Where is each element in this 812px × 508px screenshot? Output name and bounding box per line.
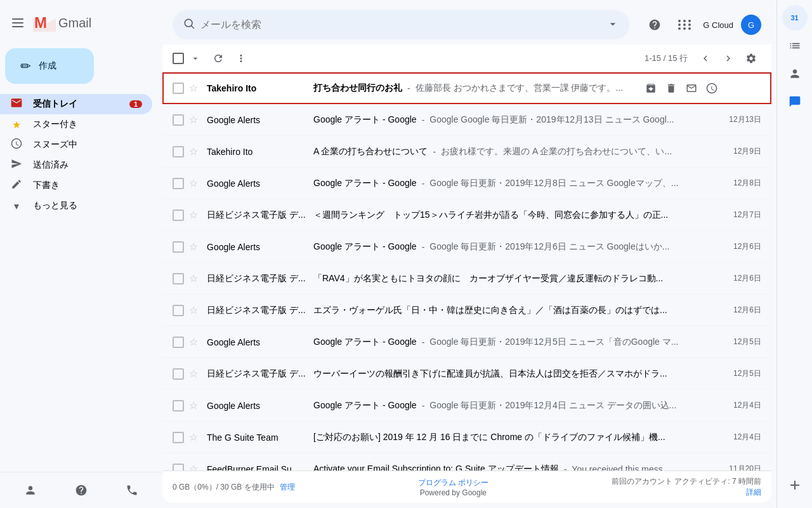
row-star-icon[interactable]: ☆	[189, 463, 202, 471]
more-options-button[interactable]	[231, 48, 251, 69]
row-checkbox[interactable]	[173, 210, 184, 221]
delete-action-icon[interactable]	[662, 79, 680, 97]
email-content: エズラ・ヴォーゲル氏「日・中・韓は歴史に向き合え」／「酒は百薬の長」のはずでは.…	[313, 305, 718, 316]
email-sender: 日経ビジネス電子版 デ...	[207, 273, 308, 284]
gmail-text: Gmail	[58, 16, 91, 30]
row-checkbox[interactable]	[173, 432, 184, 443]
row-checkbox[interactable]	[173, 178, 184, 189]
row-checkbox[interactable]	[173, 400, 184, 411]
row-checkbox[interactable]	[173, 241, 184, 253]
select-all-checkbox[interactable]	[173, 53, 184, 64]
row-checkbox[interactable]	[173, 337, 184, 348]
email-row[interactable]: ☆Google AlertsGoogle アラート - Google - Goo…	[162, 390, 771, 422]
row-star-icon[interactable]: ☆	[189, 399, 202, 411]
sidebar-item-sent[interactable]: 送信済み	[0, 155, 152, 175]
help-button[interactable]	[642, 12, 667, 37]
svg-rect-0	[12, 18, 23, 20]
phone-bottom-icon[interactable]	[119, 478, 145, 503]
row-checkbox[interactable]	[173, 83, 184, 94]
row-checkbox[interactable]	[173, 146, 184, 157]
policy-link[interactable]: プログラム ポリシー	[418, 478, 488, 487]
row-star-icon[interactable]: ☆	[189, 272, 202, 284]
email-snippet: Google 毎日更新・2019年12月6日 ニュース Googleはいか...	[429, 241, 669, 253]
add-panel-button[interactable]	[782, 472, 808, 498]
sidebar-item-more[interactable]: ▾ もっと見る	[0, 196, 152, 216]
compose-button[interactable]: ✏ 作成	[5, 48, 94, 84]
email-row[interactable]: ☆Google AlertsGoogle アラート - Google - Goo…	[162, 231, 771, 263]
row-star-icon[interactable]: ☆	[189, 114, 202, 126]
row-checkbox[interactable]	[173, 305, 184, 316]
row-star-icon[interactable]: ☆	[189, 431, 202, 443]
email-row[interactable]: ☆日経ビジネス電子版 デ...「RAV4」が名実ともにトヨタの顔に カーオブザイ…	[162, 263, 771, 295]
search-bar	[173, 10, 629, 39]
row-star-icon[interactable]: ☆	[189, 145, 202, 157]
row-star-icon[interactable]: ☆	[189, 209, 202, 221]
refresh-button[interactable]	[208, 48, 228, 69]
prev-page-button[interactable]	[695, 48, 716, 69]
row-checkbox[interactable]	[173, 464, 184, 471]
email-snippet: 佐藤部長 おつかれさまです、営業一課 伊藤です。...	[416, 83, 623, 94]
storage-info: 0 GB（0%）/ 30 GB を使用中	[173, 482, 275, 493]
row-checkbox[interactable]	[173, 273, 184, 284]
email-date: 12月13日	[723, 114, 761, 125]
email-date: 12月5日	[723, 337, 761, 347]
row-star-icon[interactable]: ☆	[189, 241, 202, 253]
row-star-icon[interactable]: ☆	[189, 82, 202, 94]
email-subject: エズラ・ヴォーゲル氏「日・中・韓は歴史に向き合え」／「酒は百薬の長」のはずでは.…	[313, 305, 667, 316]
email-subject: Google アラート - Google	[313, 241, 417, 253]
snooze-action-icon[interactable]	[703, 79, 721, 97]
email-row[interactable]: ☆日経ビジネス電子版 デ...エズラ・ヴォーゲル氏「日・中・韓は歴史に向き合え」…	[162, 295, 771, 326]
email-subject: Google アラート - Google	[313, 178, 417, 189]
row-star-icon[interactable]: ☆	[189, 368, 202, 380]
email-row[interactable]: ☆日経ビジネス電子版 デ...ウーバーイーツの報酬引き下げに配達員が抗議、日本法…	[162, 358, 771, 390]
email-row[interactable]: ☆Takehiro Ito打ち合わせ同行のお礼 - 佐藤部長 おつかれさまです、…	[162, 72, 771, 104]
email-row[interactable]: ☆Takehiro ItoA 企業の打ち合わせについて - お疲れ様です。来週の…	[162, 136, 771, 168]
email-row[interactable]: ☆日経ビジネス電子版 デ...＜週間ランキング トップ15＞ハライチ岩井が語る「…	[162, 199, 771, 231]
toolbar-left	[173, 48, 251, 69]
contacts-panel-icon[interactable]	[782, 61, 808, 86]
email-subject: A 企業の打ち合わせについて	[313, 146, 428, 157]
apps-button[interactable]	[672, 12, 698, 37]
email-dash: -	[422, 337, 425, 347]
sidebar-item-snoozed[interactable]: スヌーズ中	[0, 135, 152, 155]
email-date: 12月6日	[723, 305, 761, 316]
sidebar-item-inbox[interactable]: 受信トレイ 1	[0, 94, 152, 114]
manage-link[interactable]: 管理	[280, 482, 295, 493]
mark-unread-action-icon[interactable]	[683, 79, 700, 97]
email-content: Google アラート - Google - Google 毎日更新・2019年…	[313, 400, 718, 411]
next-page-button[interactable]	[718, 48, 738, 69]
email-row[interactable]: ☆FeedBurner Email Su.Activate your Email…	[162, 453, 771, 471]
support-bottom-icon[interactable]	[69, 478, 94, 503]
email-row[interactable]: ☆Google AlertsGoogle アラート - Google - Goo…	[162, 168, 771, 199]
row-star-icon[interactable]: ☆	[189, 177, 202, 189]
avatar[interactable]: G	[741, 15, 761, 35]
svg-rect-1	[12, 22, 23, 23]
chat-panel-icon[interactable]	[782, 89, 808, 114]
details-link[interactable]: 詳細	[746, 488, 761, 497]
select-dropdown-button[interactable]	[185, 48, 206, 69]
email-dash: -	[433, 147, 436, 157]
settings-button[interactable]	[741, 48, 761, 69]
compose-plus-icon: ✏	[20, 58, 31, 74]
email-row[interactable]: ☆The G Suite Team[ご対応のお願い] 2019 年 12 月 1…	[162, 422, 771, 453]
sidebar-item-starred[interactable]: ★ スター付き	[0, 114, 152, 135]
email-sender: Takehiro Ito	[207, 83, 308, 93]
row-star-icon[interactable]: ☆	[189, 304, 202, 316]
drafts-icon	[10, 178, 23, 192]
email-snippet: Google 毎日更新・2019年12月4日 ニュース データの囲い込...	[429, 400, 676, 411]
tasks-panel-icon[interactable]	[782, 33, 808, 58]
row-checkbox[interactable]	[173, 114, 184, 126]
archive-action-icon[interactable]	[642, 79, 660, 97]
calendar-panel-icon[interactable]: 31	[782, 5, 808, 30]
email-row[interactable]: ☆Google AlertsGoogle アラート - Google - Goo…	[162, 104, 771, 136]
inbox-icon	[10, 97, 23, 112]
contacts-bottom-icon[interactable]	[18, 478, 43, 503]
email-row[interactable]: ☆Google AlertsGoogle アラート - Google - Goo…	[162, 326, 771, 358]
sidebar-item-drafts[interactable]: 下書き	[0, 175, 152, 196]
email-sender: Google Alerts	[207, 401, 308, 411]
hamburger-button[interactable]	[5, 10, 30, 36]
row-checkbox[interactable]	[173, 368, 184, 380]
search-dropdown-icon[interactable]	[606, 18, 619, 32]
search-input[interactable]	[200, 19, 601, 30]
row-star-icon[interactable]: ☆	[189, 336, 202, 348]
